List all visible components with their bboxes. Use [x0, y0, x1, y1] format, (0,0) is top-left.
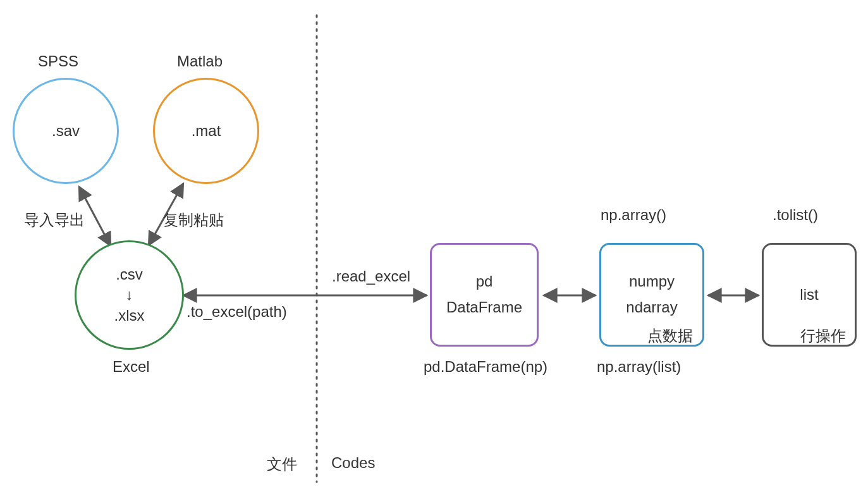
- list-tag: 行操作: [800, 326, 846, 346]
- excel-line2: .xlsx: [114, 305, 145, 326]
- pd-line2: DataFrame: [446, 295, 522, 321]
- label-matlab-excel: 复制粘贴: [163, 210, 224, 230]
- section-right: Codes: [331, 454, 375, 472]
- matlab-title: Matlab: [177, 52, 223, 70]
- label-spss-excel: 导入导出: [24, 210, 85, 230]
- list-line1: list: [800, 286, 818, 304]
- numpy-line2: ndarray: [626, 295, 677, 321]
- label-to-excel: .to_excel(path): [186, 303, 287, 321]
- node-matlab: .mat: [153, 78, 259, 184]
- excel-arrow: ↓: [126, 285, 133, 305]
- node-spss: .sav: [13, 78, 119, 184]
- pd-line1: pd: [476, 269, 493, 295]
- node-excel: .csv ↓ .xlsx: [75, 240, 184, 350]
- label-read-excel: .read_excel: [332, 268, 410, 285]
- label-np-array: np.array(): [601, 206, 666, 224]
- excel-title: Excel: [113, 358, 150, 376]
- excel-line1: .csv: [116, 264, 143, 285]
- spss-content: .sav: [52, 122, 80, 140]
- numpy-subtitle: np.array(list): [597, 358, 681, 376]
- spss-title: SPSS: [38, 52, 78, 70]
- node-pd: pd DataFrame: [430, 243, 539, 347]
- matlab-content: .mat: [192, 122, 221, 140]
- numpy-tag: 点数据: [647, 326, 693, 346]
- numpy-line1: numpy: [629, 269, 675, 295]
- section-left: 文件: [267, 454, 297, 474]
- label-tolist: .tolist(): [773, 206, 818, 224]
- pd-subtitle: pd.DataFrame(np): [424, 358, 547, 376]
